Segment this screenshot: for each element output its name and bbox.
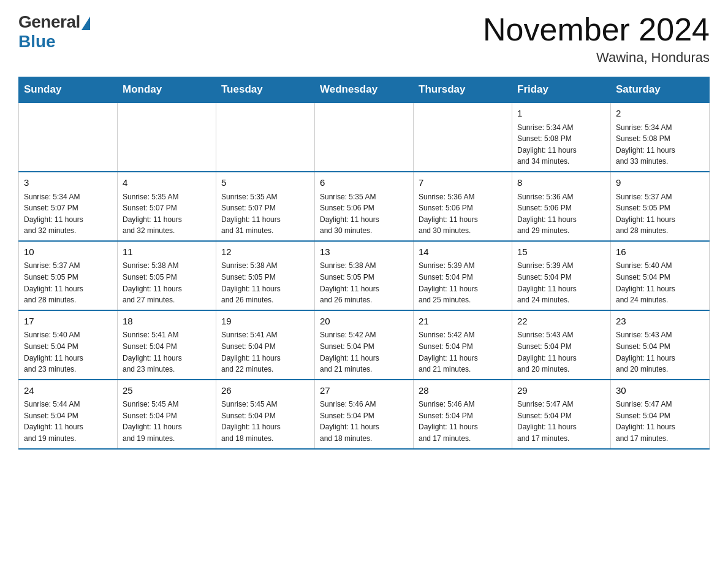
day-info: Sunrise: 5:46 AM Sunset: 5:04 PM Dayligh… xyxy=(419,399,507,444)
day-number: 4 xyxy=(123,176,211,190)
calendar-cell: 8Sunrise: 5:36 AM Sunset: 5:06 PM Daylig… xyxy=(512,172,611,241)
day-info: Sunrise: 5:39 AM Sunset: 5:04 PM Dayligh… xyxy=(517,260,605,305)
weekday-header-monday: Monday xyxy=(118,77,216,103)
weekday-header-row: SundayMondayTuesdayWednesdayThursdayFrid… xyxy=(19,77,710,103)
weekday-header-sunday: Sunday xyxy=(19,77,118,103)
day-number: 23 xyxy=(616,315,704,329)
day-number: 2 xyxy=(616,107,704,121)
weekday-header-thursday: Thursday xyxy=(414,77,512,103)
calendar-cell: 2Sunrise: 5:34 AM Sunset: 5:08 PM Daylig… xyxy=(611,102,710,172)
calendar-cell: 17Sunrise: 5:40 AM Sunset: 5:04 PM Dayli… xyxy=(19,310,118,380)
day-number: 14 xyxy=(419,245,507,259)
calendar-week-row: 24Sunrise: 5:44 AM Sunset: 5:04 PM Dayli… xyxy=(19,380,710,449)
weekday-header-tuesday: Tuesday xyxy=(216,77,315,103)
calendar-cell xyxy=(216,102,315,172)
day-info: Sunrise: 5:37 AM Sunset: 5:05 PM Dayligh… xyxy=(616,191,704,237)
calendar-cell: 11Sunrise: 5:38 AM Sunset: 5:05 PM Dayli… xyxy=(118,241,216,310)
day-info: Sunrise: 5:36 AM Sunset: 5:06 PM Dayligh… xyxy=(517,191,605,237)
day-info: Sunrise: 5:47 AM Sunset: 5:04 PM Dayligh… xyxy=(616,399,704,444)
day-number: 6 xyxy=(320,176,408,190)
calendar-cell: 6Sunrise: 5:35 AM Sunset: 5:06 PM Daylig… xyxy=(315,172,414,241)
day-info: Sunrise: 5:38 AM Sunset: 5:05 PM Dayligh… xyxy=(123,260,211,305)
day-number: 18 xyxy=(123,315,211,329)
day-number: 15 xyxy=(517,245,605,259)
day-info: Sunrise: 5:37 AM Sunset: 5:05 PM Dayligh… xyxy=(24,260,112,305)
calendar-cell: 29Sunrise: 5:47 AM Sunset: 5:04 PM Dayli… xyxy=(512,380,611,449)
day-info: Sunrise: 5:40 AM Sunset: 5:04 PM Dayligh… xyxy=(24,329,112,375)
calendar-cell xyxy=(118,102,216,172)
day-number: 9 xyxy=(616,176,704,190)
calendar-cell: 16Sunrise: 5:40 AM Sunset: 5:04 PM Dayli… xyxy=(611,241,710,310)
day-info: Sunrise: 5:35 AM Sunset: 5:06 PM Dayligh… xyxy=(320,191,408,237)
day-info: Sunrise: 5:44 AM Sunset: 5:04 PM Dayligh… xyxy=(24,399,112,444)
logo-general-text: General xyxy=(18,12,80,32)
day-number: 16 xyxy=(616,245,704,259)
calendar-cell: 25Sunrise: 5:45 AM Sunset: 5:04 PM Dayli… xyxy=(118,380,216,449)
weekday-header-friday: Friday xyxy=(512,77,611,103)
day-info: Sunrise: 5:42 AM Sunset: 5:04 PM Dayligh… xyxy=(320,329,408,375)
day-number: 27 xyxy=(320,384,408,398)
calendar-cell: 20Sunrise: 5:42 AM Sunset: 5:04 PM Dayli… xyxy=(315,310,414,380)
day-info: Sunrise: 5:38 AM Sunset: 5:05 PM Dayligh… xyxy=(320,260,408,305)
day-info: Sunrise: 5:41 AM Sunset: 5:04 PM Dayligh… xyxy=(123,329,211,375)
page-header: General Blue November 2024 Wawina, Hondu… xyxy=(18,12,710,66)
calendar-cell: 24Sunrise: 5:44 AM Sunset: 5:04 PM Dayli… xyxy=(19,380,118,449)
day-number: 7 xyxy=(419,176,507,190)
calendar-week-row: 3Sunrise: 5:34 AM Sunset: 5:07 PM Daylig… xyxy=(19,172,710,241)
day-info: Sunrise: 5:36 AM Sunset: 5:06 PM Dayligh… xyxy=(419,191,507,237)
day-number: 20 xyxy=(320,315,408,329)
day-info: Sunrise: 5:34 AM Sunset: 5:08 PM Dayligh… xyxy=(616,122,704,167)
day-number: 12 xyxy=(221,245,309,259)
month-title: November 2024 xyxy=(483,12,710,47)
day-number: 25 xyxy=(123,384,211,398)
day-info: Sunrise: 5:34 AM Sunset: 5:08 PM Dayligh… xyxy=(517,122,605,167)
calendar-cell: 4Sunrise: 5:35 AM Sunset: 5:07 PM Daylig… xyxy=(118,172,216,241)
calendar-week-row: 17Sunrise: 5:40 AM Sunset: 5:04 PM Dayli… xyxy=(19,310,710,380)
day-info: Sunrise: 5:45 AM Sunset: 5:04 PM Dayligh… xyxy=(123,399,211,444)
day-info: Sunrise: 5:35 AM Sunset: 5:07 PM Dayligh… xyxy=(123,191,211,237)
day-info: Sunrise: 5:34 AM Sunset: 5:07 PM Dayligh… xyxy=(24,191,112,237)
day-number: 10 xyxy=(24,245,112,259)
day-number: 28 xyxy=(419,384,507,398)
location-title: Wawina, Honduras xyxy=(483,50,710,66)
calendar-cell: 21Sunrise: 5:42 AM Sunset: 5:04 PM Dayli… xyxy=(414,310,512,380)
day-info: Sunrise: 5:40 AM Sunset: 5:04 PM Dayligh… xyxy=(616,260,704,305)
day-info: Sunrise: 5:43 AM Sunset: 5:04 PM Dayligh… xyxy=(616,329,704,375)
day-info: Sunrise: 5:41 AM Sunset: 5:04 PM Dayligh… xyxy=(221,329,309,375)
day-number: 3 xyxy=(24,176,112,190)
day-info: Sunrise: 5:47 AM Sunset: 5:04 PM Dayligh… xyxy=(517,399,605,444)
calendar-cell: 3Sunrise: 5:34 AM Sunset: 5:07 PM Daylig… xyxy=(19,172,118,241)
day-info: Sunrise: 5:43 AM Sunset: 5:04 PM Dayligh… xyxy=(517,329,605,375)
calendar-table: SundayMondayTuesdayWednesdayThursdayFrid… xyxy=(18,77,710,449)
day-info: Sunrise: 5:38 AM Sunset: 5:05 PM Dayligh… xyxy=(221,260,309,305)
day-info: Sunrise: 5:35 AM Sunset: 5:07 PM Dayligh… xyxy=(221,191,309,237)
calendar-cell: 10Sunrise: 5:37 AM Sunset: 5:05 PM Dayli… xyxy=(19,241,118,310)
day-number: 1 xyxy=(517,107,605,121)
calendar-cell: 27Sunrise: 5:46 AM Sunset: 5:04 PM Dayli… xyxy=(315,380,414,449)
weekday-header-saturday: Saturday xyxy=(611,77,710,103)
calendar-cell: 28Sunrise: 5:46 AM Sunset: 5:04 PM Dayli… xyxy=(414,380,512,449)
calendar-cell: 5Sunrise: 5:35 AM Sunset: 5:07 PM Daylig… xyxy=(216,172,315,241)
day-number: 26 xyxy=(221,384,309,398)
logo-triangle-icon xyxy=(82,17,90,30)
calendar-cell: 12Sunrise: 5:38 AM Sunset: 5:05 PM Dayli… xyxy=(216,241,315,310)
calendar-cell: 7Sunrise: 5:36 AM Sunset: 5:06 PM Daylig… xyxy=(414,172,512,241)
calendar-cell: 19Sunrise: 5:41 AM Sunset: 5:04 PM Dayli… xyxy=(216,310,315,380)
calendar-cell xyxy=(315,102,414,172)
title-block: November 2024 Wawina, Honduras xyxy=(483,12,710,66)
weekday-header-wednesday: Wednesday xyxy=(315,77,414,103)
day-number: 13 xyxy=(320,245,408,259)
day-number: 11 xyxy=(123,245,211,259)
calendar-cell: 14Sunrise: 5:39 AM Sunset: 5:04 PM Dayli… xyxy=(414,241,512,310)
day-info: Sunrise: 5:45 AM Sunset: 5:04 PM Dayligh… xyxy=(221,399,309,444)
calendar-cell: 15Sunrise: 5:39 AM Sunset: 5:04 PM Dayli… xyxy=(512,241,611,310)
day-number: 5 xyxy=(221,176,309,190)
day-number: 22 xyxy=(517,315,605,329)
calendar-cell: 13Sunrise: 5:38 AM Sunset: 5:05 PM Dayli… xyxy=(315,241,414,310)
day-info: Sunrise: 5:42 AM Sunset: 5:04 PM Dayligh… xyxy=(419,329,507,375)
day-number: 30 xyxy=(616,384,704,398)
calendar-cell: 1Sunrise: 5:34 AM Sunset: 5:08 PM Daylig… xyxy=(512,102,611,172)
calendar-week-row: 10Sunrise: 5:37 AM Sunset: 5:05 PM Dayli… xyxy=(19,241,710,310)
calendar-cell xyxy=(414,102,512,172)
calendar-cell: 18Sunrise: 5:41 AM Sunset: 5:04 PM Dayli… xyxy=(118,310,216,380)
